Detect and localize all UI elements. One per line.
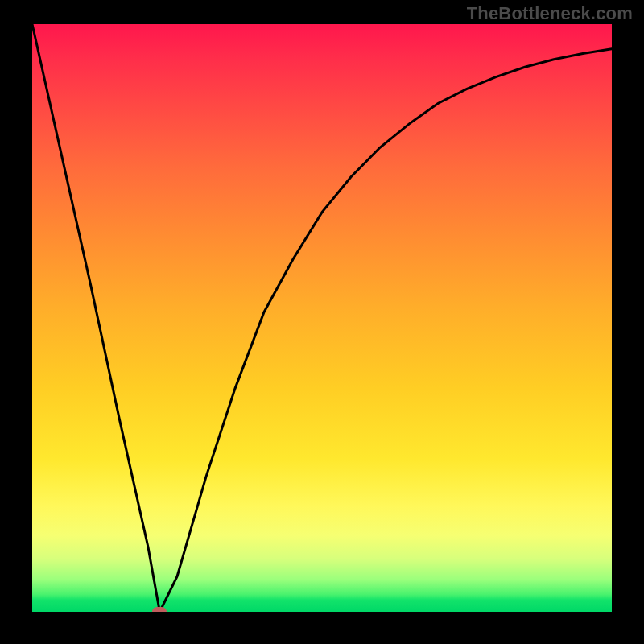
plot-area [32, 24, 612, 612]
optimal-marker [152, 607, 167, 612]
curve-svg [32, 24, 612, 612]
chart-frame: TheBottleneck.com [0, 0, 644, 644]
watermark-label: TheBottleneck.com [467, 3, 633, 24]
bottleneck-curve [32, 24, 612, 612]
